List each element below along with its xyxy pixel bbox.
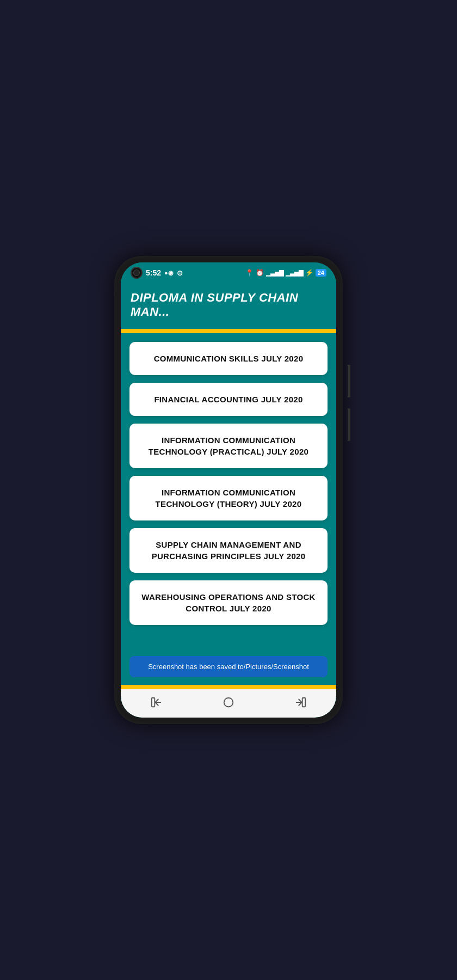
charging-icon: ⚡ xyxy=(305,269,313,277)
content-area: COMMUNICATION SKILLS JULY 2020 FINANCIAL… xyxy=(121,333,336,685)
menu-item-financial-accounting-label: FINANCIAL ACCOUNTING JULY 2020 xyxy=(154,395,302,404)
front-camera xyxy=(131,267,143,279)
back-nav-button[interactable] xyxy=(149,695,164,710)
signal-bars-2: ▁▃▅▇ xyxy=(286,270,303,277)
svg-point-2 xyxy=(224,698,233,707)
spacer xyxy=(129,633,328,644)
menu-item-financial-accounting[interactable]: FINANCIAL ACCOUNTING JULY 2020 xyxy=(129,383,328,416)
screenshot-toast: Screenshot has been saved to/Pictures/Sc… xyxy=(129,656,328,677)
status-icons-right: 📍 ⏰ ▁▃▅▇ ▁▃▅▇ ⚡ 24 xyxy=(245,269,326,277)
phone-frame: 5:52 ●◉ ⊙ 📍 ⏰ ▁▃▅▇ ▁▃▅▇ ⚡ 24 DIPLOMA IN … xyxy=(114,256,343,724)
wifi-icon: ⊙ xyxy=(177,269,183,277)
battery-level: 24 xyxy=(316,269,326,277)
yellow-divider-bottom xyxy=(121,685,336,689)
app-title: DIPLOMA IN SUPPLY CHAIN MAN... xyxy=(131,291,326,319)
app-header: DIPLOMA IN SUPPLY CHAIN MAN... xyxy=(121,283,336,323)
menu-item-communication-skills[interactable]: COMMUNICATION SKILLS JULY 2020 xyxy=(129,342,328,375)
yellow-divider-top xyxy=(121,329,336,333)
svg-rect-4 xyxy=(302,698,306,707)
menu-item-supply-chain[interactable]: SUPPLY CHAIN MANAGEMENT AND PURCHASING P… xyxy=(129,528,328,573)
side-button-volume-up xyxy=(348,365,350,397)
status-left: 5:52 ●◉ ⊙ xyxy=(131,267,183,279)
menu-item-warehousing[interactable]: WAREHOUSING OPERATIONS AND STOCK CONTROL… xyxy=(129,580,328,625)
menu-item-ict-practical-label: INFORMATION COMMUNICATION TECHNOLOGY (PR… xyxy=(149,436,308,456)
navigation-bar xyxy=(121,689,336,718)
menu-item-ict-theory-label: INFORMATION COMMUNICATION TECHNOLOGY (TH… xyxy=(156,488,302,509)
alarm-icon: ⏰ xyxy=(256,269,264,277)
menu-item-supply-chain-label: SUPPLY CHAIN MANAGEMENT AND PURCHASING P… xyxy=(152,540,306,561)
recent-apps-button[interactable] xyxy=(293,695,308,710)
status-time: 5:52 xyxy=(146,268,161,277)
status-dots: ●◉ xyxy=(164,270,174,277)
status-bar: 5:52 ●◉ ⊙ 📍 ⏰ ▁▃▅▇ ▁▃▅▇ ⚡ 24 xyxy=(121,262,336,283)
menu-item-warehousing-label: WAREHOUSING OPERATIONS AND STOCK CONTROL… xyxy=(141,592,315,613)
svg-rect-1 xyxy=(152,698,155,707)
phone-screen: 5:52 ●◉ ⊙ 📍 ⏰ ▁▃▅▇ ▁▃▅▇ ⚡ 24 DIPLOMA IN … xyxy=(121,262,336,718)
menu-item-ict-practical[interactable]: INFORMATION COMMUNICATION TECHNOLOGY (PR… xyxy=(129,424,328,468)
menu-item-communication-skills-label: COMMUNICATION SKILLS JULY 2020 xyxy=(154,354,304,363)
signal-bars-1: ▁▃▅▇ xyxy=(266,270,283,277)
side-button-volume-down xyxy=(348,408,350,441)
menu-item-ict-theory[interactable]: INFORMATION COMMUNICATION TECHNOLOGY (TH… xyxy=(129,476,328,520)
home-nav-button[interactable] xyxy=(221,695,236,710)
location-icon: 📍 xyxy=(245,269,254,277)
